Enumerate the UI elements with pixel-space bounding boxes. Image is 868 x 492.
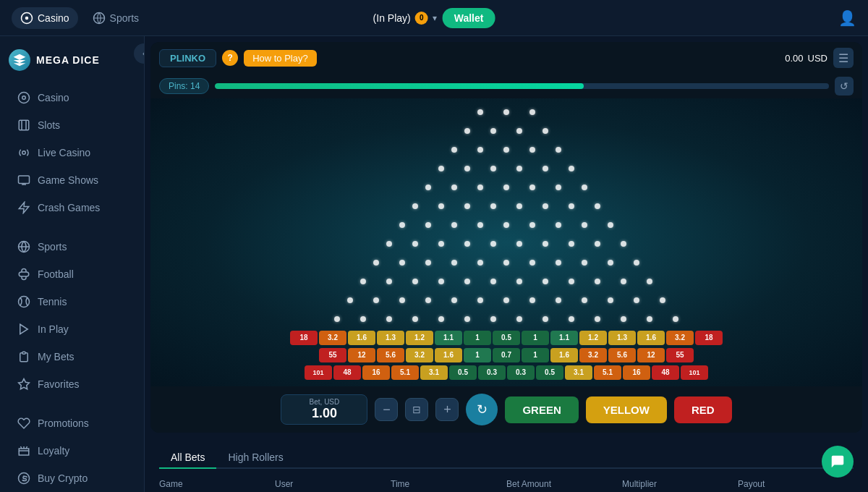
- pin: [542, 316, 548, 322]
- mult-cell: 0.5: [536, 365, 563, 380]
- col-game: Game: [159, 479, 275, 489]
- mult-cell: 0.3: [478, 365, 506, 380]
- mult-cell: 5.1: [391, 365, 419, 380]
- sidebar-item-casino[interactable]: Casino: [6, 85, 138, 111]
- pin: [490, 128, 496, 134]
- sidebar-item-promotions[interactable]: Promotions: [6, 410, 138, 436]
- mult-cell: 3.2: [666, 331, 694, 345]
- red-bet-btn[interactable]: RED: [674, 396, 732, 423]
- casino-nav-btn[interactable]: Casino: [12, 7, 78, 29]
- sidebar-item-favorites[interactable]: Favorites: [6, 371, 138, 397]
- plinko-pins-bar: Pins: 14 ↺: [150, 74, 862, 98]
- mult-cell: 1: [522, 331, 549, 345]
- svg-point-4: [22, 96, 26, 100]
- sidebar-item-football[interactable]: Football: [6, 261, 138, 287]
- pin: [490, 279, 496, 284]
- bet-label: Bet, USD: [310, 398, 340, 406]
- pin: [464, 241, 470, 247]
- yellow-bet-btn[interactable]: YELLOW: [586, 396, 667, 423]
- bets-tab-high[interactable]: High Rollers: [216, 447, 294, 469]
- pin: [399, 260, 405, 266]
- pin: [556, 184, 561, 190]
- sidebar-item-sports[interactable]: Sports: [6, 234, 138, 260]
- bet-input-wrapper: Bet, USD 1.00: [281, 394, 367, 425]
- pin: [451, 260, 457, 266]
- mult-cell: 55: [319, 348, 346, 362]
- bets-tabs: All Bets High Rollers: [159, 447, 854, 469]
- bet-plus-btn[interactable]: +: [435, 398, 459, 421]
- logo: MEGA DICE: [6, 42, 103, 78]
- mult-cell: 18: [695, 331, 723, 345]
- pin: [464, 203, 470, 209]
- mult-cell: 0.5: [449, 365, 477, 380]
- plinko-howto-btn[interactable]: How to Play?: [244, 50, 317, 67]
- pin: [516, 203, 522, 209]
- pin: [451, 184, 457, 190]
- spin-btn[interactable]: ↻: [466, 394, 498, 425]
- pin: [503, 147, 509, 153]
- green-bet-btn[interactable]: GREEN: [505, 396, 578, 423]
- pin: [503, 222, 509, 228]
- plinko-tab[interactable]: PLINKO: [159, 49, 216, 67]
- pin: [490, 241, 496, 247]
- sidebar-label-football: Football: [38, 268, 74, 280]
- inplay-badge[interactable]: (In Play) 0 ▾: [373, 12, 437, 25]
- pin-row-8: [386, 241, 626, 247]
- sidebar-item-loyalty[interactable]: Loyalty: [6, 438, 138, 464]
- sidebar-item-crash-games[interactable]: Crash Games: [6, 195, 138, 221]
- pin: [556, 222, 561, 228]
- user-icon[interactable]: 👤: [838, 10, 856, 26]
- mult-cell: 16: [623, 365, 650, 380]
- sidebar-item-slots[interactable]: Slots: [6, 112, 138, 138]
- wallet-button[interactable]: Wallet: [443, 8, 495, 28]
- pin: [556, 297, 561, 303]
- main-layout: MEGA DICE ‹ Casino Slots Live Casino Gam…: [0, 36, 868, 492]
- bets-tab-all[interactable]: All Bets: [159, 447, 216, 469]
- sidebar-label-buy-crypto: Buy Crypto: [38, 472, 88, 484]
- pin: [569, 279, 574, 284]
- mult-cell: 3.1: [420, 365, 448, 380]
- pin-row-6: [412, 203, 600, 209]
- pin: [425, 297, 431, 303]
- bet-minus-btn[interactable]: −: [375, 398, 398, 421]
- pins-container: [334, 109, 678, 322]
- mult-cell: 55: [666, 348, 694, 362]
- pin: [582, 184, 587, 190]
- mult-cell: 1.6: [348, 331, 375, 345]
- pin: [621, 316, 626, 322]
- pin: [399, 222, 405, 228]
- bets-section: All Bets High Rollers Game User Time Bet…: [145, 438, 868, 492]
- sidebar-item-live-casino[interactable]: Live Casino: [6, 140, 138, 166]
- mult-row-2: 55 12 5.6 3.2 1.6 1 0.7 1 1.6 3.2 5.6 12: [319, 348, 694, 362]
- sidebar-item-mybets[interactable]: My Bets: [6, 344, 138, 370]
- sidebar-item-buy-crypto[interactable]: Buy Crypto: [6, 465, 138, 491]
- mult-cell: 1: [464, 348, 491, 362]
- top-center: (In Play) 0 ▾ Wallet: [373, 8, 495, 28]
- sidebar-label-sports: Sports: [38, 241, 67, 253]
- plinko-help-icon[interactable]: ?: [222, 50, 238, 66]
- mult-cell: 101: [681, 365, 708, 380]
- sidebar-item-inplay[interactable]: In Play: [6, 316, 138, 342]
- bet-stack-btn[interactable]: ⊟: [405, 398, 428, 421]
- mult-cell: 3.2: [579, 348, 607, 362]
- live-chat-btn[interactable]: [822, 446, 854, 478]
- pin: [490, 166, 496, 171]
- mult-row-1: 18 3.2 1.6 1.3 1.2 1.1 1 0.5 1 1.1 1.2 1…: [290, 331, 723, 345]
- pin: [373, 297, 379, 303]
- mult-cell: 0.3: [507, 365, 535, 380]
- sidebar-item-game-shows[interactable]: Game Shows: [6, 167, 138, 193]
- pins-refresh-btn[interactable]: ↺: [835, 77, 854, 96]
- pin: [542, 203, 548, 209]
- plinko-menu-btn[interactable]: ☰: [833, 48, 854, 68]
- sidebar-header: MEGA DICE: [0, 42, 144, 84]
- pin: [529, 260, 535, 266]
- pin: [634, 297, 639, 303]
- mult-cell: 1.2: [406, 331, 433, 345]
- sidebar-item-tennis[interactable]: Tennis: [6, 289, 138, 315]
- sports-nav-btn[interactable]: Sports: [84, 7, 148, 29]
- pin: [438, 241, 444, 247]
- svg-rect-5: [19, 120, 29, 130]
- pin: [529, 184, 535, 190]
- pin: [347, 297, 353, 303]
- pin: [464, 128, 470, 134]
